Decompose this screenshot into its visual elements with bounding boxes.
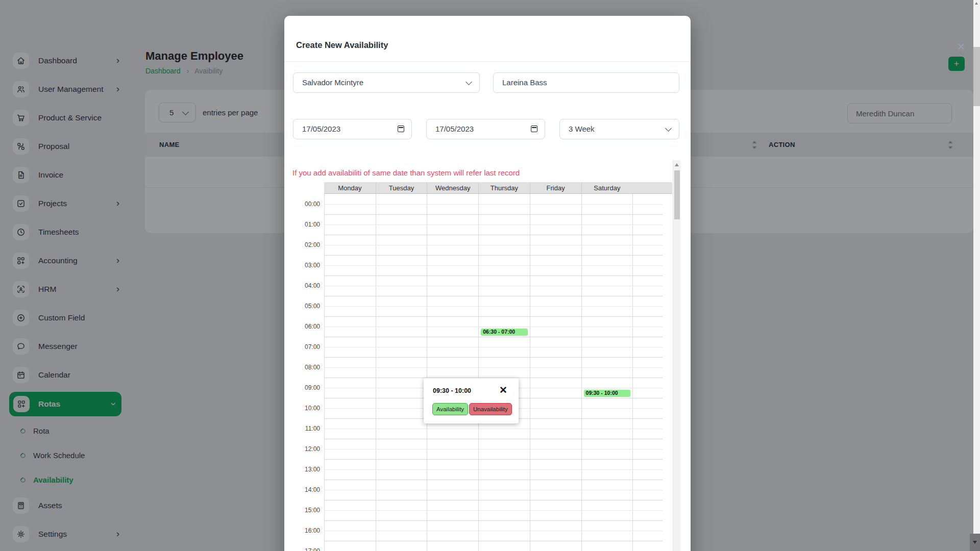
day-header-wednesday: Wednesday (427, 182, 478, 193)
day-column[interactable] (376, 194, 428, 551)
time-label: 07:00 (296, 343, 320, 350)
time-label: 00:00 (296, 201, 320, 208)
create-availability-modal: Create New Availability ✕ Employee Salva… (284, 16, 691, 551)
week-schedule-grid: MondayTuesdayWednesdayThursdayFridaySatu… (284, 16, 691, 551)
day-header-saturday: Saturday (581, 182, 633, 193)
time-label: 09:00 (296, 384, 320, 391)
slot-line (325, 490, 663, 490)
availability-button[interactable]: Availability (432, 403, 468, 415)
time-label: 12:00 (296, 445, 320, 453)
slot-line (325, 469, 663, 470)
time-label: 14:00 (296, 486, 320, 493)
slot-line (325, 541, 663, 541)
time-label: 04:00 (296, 282, 320, 289)
slot-line (325, 327, 663, 327)
time-label: 02:00 (296, 241, 320, 248)
slot-line (325, 276, 663, 276)
slot-line (325, 520, 663, 521)
slot-action-popup: 09:30 - 10:00 ✕ AvailabilityUnavailabili… (424, 378, 519, 423)
time-label: 06:00 (296, 323, 320, 330)
page-scrollbar[interactable] (973, 0, 980, 551)
day-header-row: MondayTuesdayWednesdayThursdayFridaySatu… (324, 182, 672, 194)
time-label: 15:00 (296, 507, 320, 514)
slot-line (325, 449, 663, 449)
slot-line (325, 296, 663, 296)
popup-time-range: 09:30 - 10:00 (433, 387, 471, 394)
slot-line (325, 235, 663, 235)
day-column[interactable] (530, 194, 582, 551)
slot-line (325, 347, 663, 347)
slot-line (325, 316, 663, 317)
slot-line (325, 480, 663, 480)
schedule-body: 06:30 - 07:0009:30 - 10:00 (324, 194, 663, 551)
page-scrollbar-thumb[interactable] (973, 47, 980, 106)
slot-line (325, 531, 663, 531)
slot-line (325, 367, 663, 368)
slot-line (325, 286, 663, 286)
time-label: 05:00 (296, 303, 320, 310)
time-label: 10:00 (296, 405, 320, 412)
calendar-scrollbar[interactable] (673, 160, 680, 551)
day-column[interactable] (582, 194, 633, 551)
day-column[interactable] (325, 194, 376, 551)
day-column[interactable] (479, 194, 530, 551)
popup-close-icon[interactable]: ✕ (497, 383, 510, 396)
time-label: 11:00 (296, 425, 320, 432)
scroll-down-button[interactable] (970, 534, 980, 551)
day-header-monday: Monday (324, 182, 376, 193)
slot-line (325, 510, 663, 511)
scroll-up-icon[interactable] (675, 163, 679, 166)
day-header-thursday: Thursday (478, 182, 530, 193)
time-label: 08:00 (296, 364, 320, 371)
slot-line (325, 265, 663, 266)
time-label: 01:00 (296, 221, 320, 228)
slot-line (325, 204, 663, 205)
slot-line (325, 500, 663, 500)
scroll-up-icon (975, 2, 978, 5)
slot-line (325, 459, 663, 460)
slot-line (325, 429, 663, 429)
slot-line (325, 337, 663, 337)
modal-close-icon[interactable]: ✕ (954, 40, 968, 54)
day-header-tuesday: Tuesday (376, 182, 427, 193)
day-header-friday: Friday (530, 182, 581, 193)
unavailability-button[interactable]: Unavailability (469, 403, 512, 415)
availability-event[interactable]: 06:30 - 07:00 (481, 329, 528, 336)
time-label: 13:00 (296, 466, 320, 473)
slot-line (325, 255, 663, 256)
time-label: 17:00 (296, 547, 320, 551)
slot-line (325, 214, 663, 215)
slot-line (325, 224, 663, 225)
slot-line (325, 357, 663, 358)
slot-line (325, 245, 663, 245)
calendar-scrollbar-thumb[interactable] (674, 170, 680, 219)
day-column[interactable] (427, 194, 479, 551)
time-label: 03:00 (296, 262, 320, 269)
slot-line (325, 439, 663, 439)
availability-event[interactable]: 09:30 - 10:00 (584, 390, 631, 397)
slot-line (325, 306, 663, 307)
day-column[interactable] (633, 194, 663, 551)
time-label: 16:00 (296, 527, 320, 534)
